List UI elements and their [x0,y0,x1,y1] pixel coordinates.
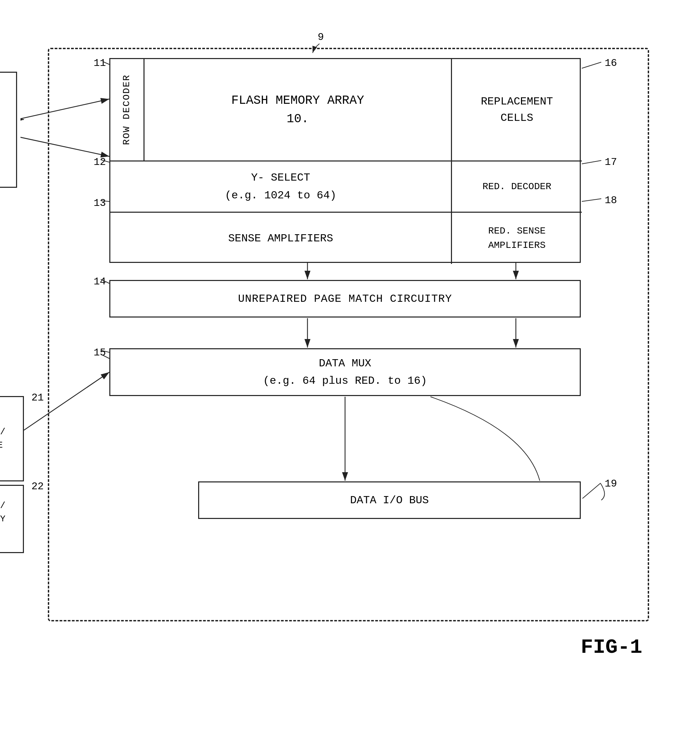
ref-14: 14 [94,276,106,288]
ref-22: 22 [31,481,44,492]
ref-13: 13 [94,197,106,209]
diagram-container: 9 ROW DECODER FLASH MEMORY ARRAY 10. REP… [21,21,676,686]
supply-box: READ/ERASE/ PRGM SUPPLY VOLTAGES [0,485,24,553]
data-mux-box: DATA MUX (e.g. 64 plus RED. to 16) [109,348,581,396]
red-sense-amp-label: RED. SENSE AMPLIFIERS [488,224,546,253]
ref-17: 17 [605,156,617,168]
address-box: ADDRESS CIRCIUTS [0,72,17,188]
row-decoder-label: ROW DECODER [121,75,133,145]
red-sense-amp-block: RED. SENSE AMPLIFIERS [452,213,582,264]
ref-11: 11 [94,57,106,69]
unrepaired-label: UNREPAIRED PAGE MATCH CIRCUITRY [238,293,452,305]
flash-memory-block: FLASH MEMORY ARRAY 10. [144,59,452,161]
data-io-box: DATA I/O BUS [198,481,581,519]
ref-9: 9 [318,31,324,43]
ref-21: 21 [31,392,44,403]
supply-label: READ/ERASE/ PRGM SUPPLY VOLTAGES [0,499,6,539]
red-decoder-block: RED. DECODER [452,161,582,213]
data-mux-label: DATA MUX (e.g. 64 plus RED. to 16) [263,355,427,390]
ref-16: 16 [605,57,617,69]
y-select-label: Y- SELECT (e.g. 1024 to 64) [225,169,336,204]
sense-amplifiers-label: SENSE AMPLIFIERS [228,232,333,245]
data-io-label: DATA I/O BUS [350,494,429,507]
ref-12: 12 [94,156,106,168]
main-memory-box: ROW DECODER FLASH MEMORY ARRAY 10. REPLA… [109,58,581,263]
y-select-block: Y- SELECT (e.g. 1024 to 64) [110,161,452,213]
unrepaired-box: UNREPAIRED PAGE MATCH CIRCUITRY [109,280,581,317]
figure-label: FIG-1 [581,636,642,659]
ref-18: 18 [605,195,617,206]
replacement-cells-block: REPLACEMENT CELLS [452,59,582,161]
ref-15: 15 [94,347,106,358]
sense-amplifiers-block: SENSE AMPLIFIERS [110,213,452,264]
row-decoder-block: ROW DECODER [110,59,144,161]
page-mode-label: PAGE MODE READ/ERASE/ PRGM STATE MACHINE [0,412,6,465]
replacement-cells-label: REPLACEMENT CELLS [481,94,553,126]
page-mode-box: PAGE MODE READ/ERASE/ PRGM STATE MACHINE [0,396,24,481]
red-decoder-label: RED. DECODER [482,180,551,194]
flash-memory-label: FLASH MEMORY ARRAY 10. [231,91,364,128]
ref-19: 19 [605,478,617,490]
